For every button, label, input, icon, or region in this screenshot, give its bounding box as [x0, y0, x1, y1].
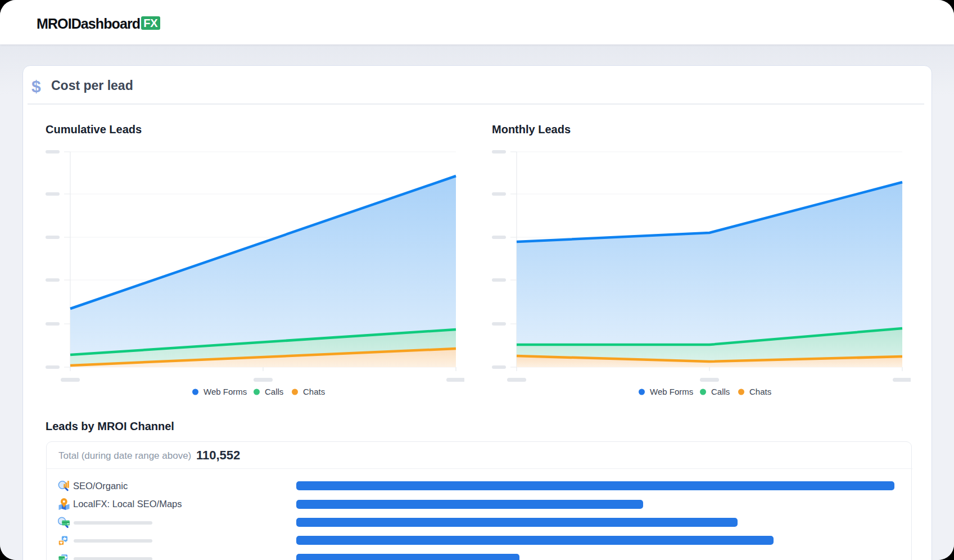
- svg-text:Web Forms: Web Forms: [650, 387, 693, 396]
- svg-text:Chats: Chats: [303, 387, 325, 396]
- svg-text:Calls: Calls: [711, 387, 730, 396]
- svg-text:Calls: Calls: [265, 387, 283, 396]
- svg-text:Web Forms: Web Forms: [204, 387, 247, 396]
- svg-text:Chats: Chats: [749, 387, 771, 396]
